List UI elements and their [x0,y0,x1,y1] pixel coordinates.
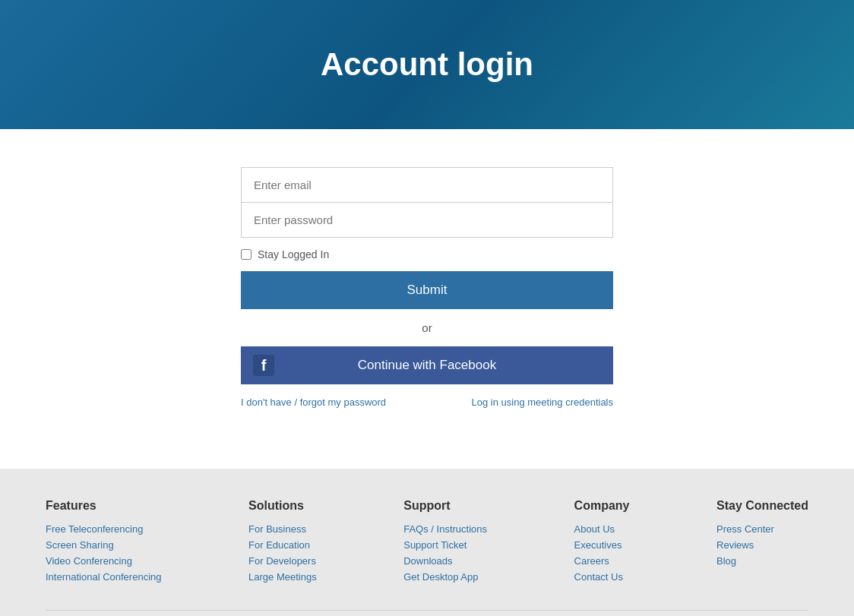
footer-link-careers[interactable]: Careers [574,555,630,567]
footer-link-reviews[interactable]: Reviews [716,539,808,551]
stay-logged-in-checkbox[interactable] [241,249,251,260]
footer-link-faqs[interactable]: FAQs / Instructions [403,523,487,535]
footer-link-large-meetings[interactable]: Large Meetings [248,571,317,583]
main-content: Stay Logged In Submit or f Continue with… [0,129,854,469]
page-header: Account login [0,0,854,129]
footer-heading-support: Support [403,499,487,513]
meeting-credentials-link[interactable]: Log in using meeting credentials [472,396,613,408]
footer-link-blog[interactable]: Blog [716,555,808,567]
footer-link-downloads[interactable]: Downloads [403,555,487,567]
footer: Features Free Teleconferencing Screen Sh… [0,469,854,616]
footer-link-press-center[interactable]: Press Center [716,523,808,535]
footer-link-for-education[interactable]: For Education [248,539,317,551]
footer-link-desktop-app[interactable]: Get Desktop App [403,571,487,583]
footer-link-executives[interactable]: Executives [574,539,630,551]
footer-link-for-business[interactable]: For Business [248,523,317,535]
footer-link-support-ticket[interactable]: Support Ticket [403,539,487,551]
footer-col-features: Features Free Teleconferencing Screen Sh… [46,499,162,587]
footer-col-support: Support FAQs / Instructions Support Tick… [403,499,487,587]
login-links-row: I don't have / forgot my password Log in… [241,396,613,408]
footer-social-icons: f g+ 🐦 ▶ in [46,610,808,616]
footer-col-company: Company About Us Executives Careers Cont… [574,499,630,587]
facebook-login-button[interactable]: f Continue with Facebook [241,346,613,384]
footer-link-free-teleconferencing[interactable]: Free Teleconferencing [46,523,162,535]
footer-heading-stay-connected: Stay Connected [716,499,808,513]
password-input[interactable] [241,202,613,238]
footer-heading-features: Features [46,499,162,513]
footer-link-screen-sharing[interactable]: Screen Sharing [46,539,162,551]
stay-logged-in-label[interactable]: Stay Logged In [241,248,613,261]
footer-heading-company: Company [574,499,630,513]
or-divider: or [241,321,613,334]
email-input[interactable] [241,167,613,202]
submit-button[interactable]: Submit [241,271,613,309]
page-title: Account login [321,46,533,83]
footer-columns: Features Free Teleconferencing Screen Sh… [46,499,808,610]
footer-link-international-conferencing[interactable]: International Conferencing [46,571,162,583]
footer-col-stay-connected: Stay Connected Press Center Reviews Blog [716,499,808,587]
forgot-password-link[interactable]: I don't have / forgot my password [241,396,386,408]
footer-link-contact-us[interactable]: Contact Us [574,571,630,583]
footer-link-video-conferencing[interactable]: Video Conferencing [46,555,162,567]
footer-link-about-us[interactable]: About Us [574,523,630,535]
login-form: Stay Logged In Submit or f Continue with… [241,167,613,408]
footer-link-for-developers[interactable]: For Developers [248,555,317,567]
footer-heading-solutions: Solutions [248,499,317,513]
footer-col-solutions: Solutions For Business For Education For… [248,499,317,587]
facebook-icon: f [253,355,274,376]
